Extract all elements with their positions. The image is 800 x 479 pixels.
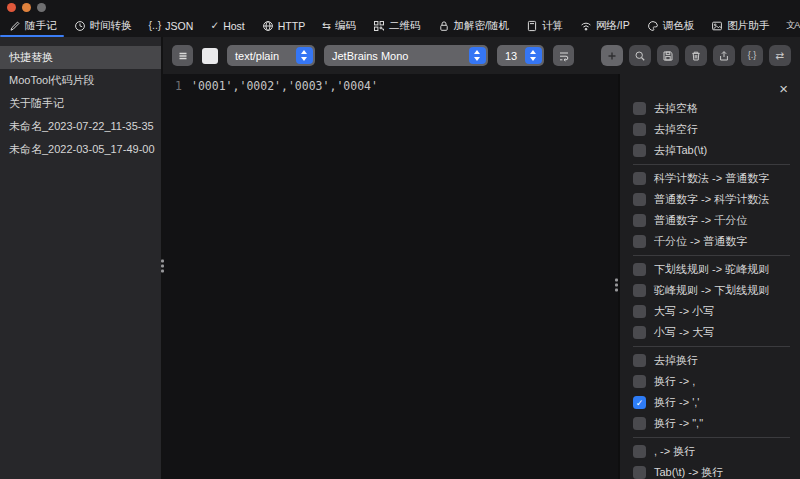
replace-option[interactable]: 小写 -> 大写 [633,322,792,343]
checkbox[interactable] [633,445,646,458]
checkbox[interactable] [633,214,646,227]
replace-option[interactable]: 去掉空格 [633,98,792,119]
sidebar-item[interactable]: 关于随手记 [0,92,161,115]
option-label: 去掉换行 [654,353,698,368]
work-area: 1 '0001','0002','0003','0004' × 去掉空格去掉空行… [163,74,800,479]
tab-crypto-random[interactable]: 加解密/随机 [435,14,512,37]
app-window: 随手记时间转换{..}JSON✓HostHTTP⇆编码二维码加解密/随机计算网络… [0,0,800,479]
checkbox[interactable] [633,172,646,185]
tab-translate[interactable]: 文A翻译 [783,14,800,37]
tab-notes[interactable]: 随手记 [6,14,60,37]
toolbar-actions: {.}⇄ [601,45,791,66]
tab-encode[interactable]: ⇆编码 [319,14,359,37]
stepper-icon [296,47,313,64]
checkbox[interactable] [633,193,646,206]
font-select[interactable]: JetBrains Mono [324,45,488,66]
editor-text[interactable]: '0001','0002','0003','0004' [191,79,378,479]
tab-label: 图片助手 [727,19,769,33]
tab-label: 调色板 [663,19,695,33]
checkbox[interactable] [633,102,646,115]
search-button[interactable] [629,45,651,66]
sidebar-resize-handle[interactable] [161,260,164,273]
tab-calculator[interactable]: 计算 [523,14,566,37]
tab-image-helper[interactable]: 图片助手 [708,14,772,37]
sidebar-item[interactable]: MooTool代码片段 [0,69,161,92]
checkbox[interactable] [633,123,646,136]
option-label: 普通数字 -> 科学计数法 [654,192,769,207]
close-window-button[interactable] [7,3,16,12]
close-icon[interactable]: × [775,81,792,96]
replace-option[interactable]: ✓换行 -> ',' [633,392,792,413]
replace-option[interactable]: 去掉换行 [633,350,792,371]
tab-palette[interactable]: 调色板 [644,14,698,37]
sidebar: 快捷替换MooTool代码片段关于随手记未命名_2023-07-22_11-35… [0,37,163,479]
replace-option[interactable]: 驼峰规则 -> 下划线规则 [633,280,792,301]
globe-icon [262,20,274,32]
minimize-window-button[interactable] [22,3,31,12]
line-number: 1 [163,79,191,479]
panel-header: × [633,79,792,98]
replace-option[interactable]: 大写 -> 小写 [633,301,792,322]
checkbox[interactable] [633,466,646,479]
tab-http[interactable]: HTTP [259,14,308,37]
wifi-icon [580,20,592,32]
panel-resize-handle[interactable] [615,278,618,291]
tab-qrcode[interactable]: 二维码 [370,14,424,37]
stepper-icon [525,47,542,64]
tab-label: 二维码 [389,19,421,33]
replace-option[interactable]: 去掉空行 [633,119,792,140]
checkbox-checked[interactable]: ✓ [633,396,646,409]
replace-option[interactable]: 去掉Tab(\t) [633,140,792,161]
toolbar-checkbox[interactable] [202,48,218,64]
code-editor[interactable]: 1 '0001','0002','0003','0004' [163,74,618,479]
replace-option[interactable]: Tab(\t) -> 换行 [633,462,792,479]
swap-horizontal-button[interactable]: ⇄ [769,45,791,66]
check-icon: ✓ [210,20,219,31]
share-button[interactable] [713,45,735,66]
checkbox[interactable] [633,144,646,157]
braces-dot-button[interactable]: {.} [741,45,763,66]
content-type-select[interactable]: text/plain [227,45,315,66]
option-label: 去掉空行 [654,122,698,137]
replace-option[interactable]: 千分位 -> 普通数字 [633,231,792,252]
divider [633,437,790,438]
tab-time-convert[interactable]: 时间转换 [71,14,135,37]
sidebar-item[interactable]: 未命名_2023-07-22_11-35-35 [0,115,161,138]
replace-option[interactable]: 换行 -> "," [633,413,792,434]
replace-option[interactable]: 普通数字 -> 千分位 [633,210,792,231]
font-size-select[interactable]: 13 [497,45,544,66]
panel-splitter[interactable] [618,74,620,479]
checkbox[interactable] [633,235,646,248]
tab-network-ip[interactable]: 网络/IP [577,14,633,37]
tab-json[interactable]: {..}JSON [146,14,197,37]
content-type-value: text/plain [235,50,279,62]
tab-label: 计算 [542,19,563,33]
fullscreen-window-button[interactable] [37,3,46,12]
replace-option[interactable]: 下划线规则 -> 驼峰规则 [633,259,792,280]
tab-label: 加解密/随机 [454,19,509,33]
trash-button[interactable] [685,45,707,66]
checkbox[interactable] [633,354,646,367]
word-wrap-button[interactable] [553,45,574,66]
plus-button[interactable] [601,45,623,66]
tab-host[interactable]: ✓Host [207,14,247,37]
checkbox[interactable] [633,326,646,339]
save-button[interactable] [657,45,679,66]
replace-option[interactable]: 科学计数法 -> 普通数字 [633,168,792,189]
replace-option[interactable]: , -> 换行 [633,441,792,462]
replace-option[interactable]: 换行 -> , [633,371,792,392]
option-label: , -> 换行 [654,444,695,459]
option-label: Tab(\t) -> 换行 [654,465,723,479]
sidebar-item[interactable]: 未命名_2022-03-05_17-49-00 [0,138,161,161]
checkbox[interactable] [633,305,646,318]
tab-label: HTTP [278,20,305,32]
checkbox[interactable] [633,263,646,276]
checkbox[interactable] [633,284,646,297]
trash-icon [690,50,702,62]
menu-button[interactable] [172,45,193,66]
tab-bar: 随手记时间转换{..}JSON✓HostHTTP⇆编码二维码加解密/随机计算网络… [6,14,800,37]
sidebar-item[interactable]: 快捷替换 [0,46,161,69]
checkbox[interactable] [633,375,646,388]
checkbox[interactable] [633,417,646,430]
replace-option[interactable]: 普通数字 -> 科学计数法 [633,189,792,210]
